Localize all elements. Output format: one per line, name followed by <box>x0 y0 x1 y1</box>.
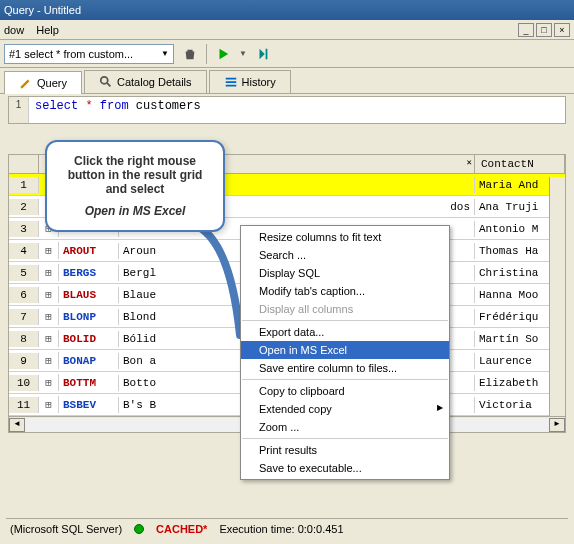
cell-id: BSBEV <box>59 397 119 413</box>
context-menu: Resize columns to fit text Search ... Di… <box>240 225 450 480</box>
row-number: 11 <box>9 397 39 413</box>
expand-icon[interactable]: ⊞ <box>39 352 59 369</box>
expand-icon[interactable]: ⊞ <box>39 264 59 281</box>
tab-bar: Query Catalog Details History <box>0 68 574 94</box>
help-callout: Click the right mouse button in the resu… <box>45 140 225 232</box>
execution-time: Execution time: 0:0:0.451 <box>219 523 343 535</box>
step-button[interactable] <box>253 44 273 64</box>
title-bar: Query - Untitled <box>0 0 574 20</box>
row-number: 3 <box>9 221 39 237</box>
expand-icon[interactable]: ⊞ <box>39 308 59 325</box>
run-button[interactable] <box>213 44 233 64</box>
trash-icon <box>183 47 197 61</box>
menu-copy-clipboard[interactable]: Copy to clipboard <box>241 382 449 400</box>
cell-id: BOTTM <box>59 375 119 391</box>
menu-export-data[interactable]: Export data... <box>241 323 449 341</box>
menu-modify-caption[interactable]: Modify tab's caption... <box>241 282 449 300</box>
menu-resize-columns[interactable]: Resize columns to fit text <box>241 228 449 246</box>
sql-editor[interactable]: 1 select * from customers <box>8 96 566 124</box>
server-label: (Microsoft SQL Server) <box>10 523 122 535</box>
window-title: Query - Untitled <box>4 4 81 16</box>
status-bar: (Microsoft SQL Server) CACHED* Execution… <box>6 518 568 538</box>
row-number: 6 <box>9 287 39 303</box>
row-number: 8 <box>9 331 39 347</box>
row-number: 7 <box>9 309 39 325</box>
cell-id: BONAP <box>59 353 119 369</box>
minimize-button[interactable]: _ <box>518 23 534 37</box>
play-icon <box>216 47 230 61</box>
expand-icon[interactable]: ⊞ <box>39 396 59 413</box>
cell-id: BLONP <box>59 309 119 325</box>
menu-display-all: Display all columns <box>241 300 449 318</box>
pencil-icon <box>19 76 33 90</box>
step-icon <box>256 47 270 61</box>
menu-extended-copy[interactable]: Extended copy▶ <box>241 400 449 418</box>
cell-id: BOLID <box>59 331 119 347</box>
close-icon[interactable]: ✕ <box>467 157 472 168</box>
tab-query[interactable]: Query <box>4 71 82 94</box>
magnifier-icon <box>99 75 113 89</box>
chevron-right-icon: ▶ <box>437 403 443 412</box>
chevron-down-icon: ▼ <box>161 49 169 58</box>
expand-icon[interactable]: ⊞ <box>39 242 59 259</box>
menu-bar: dow Help _ □ × <box>0 20 574 40</box>
row-number: 4 <box>9 243 39 259</box>
expand-icon[interactable]: ⊞ <box>39 330 59 347</box>
query-combo[interactable]: #1 select * from custom... ▼ <box>4 44 174 64</box>
cell-id: BERGS <box>59 265 119 281</box>
menu-display-sql[interactable]: Display SQL <box>241 264 449 282</box>
menu-save-column[interactable]: Save entire column to files... <box>241 359 449 377</box>
status-led-icon <box>134 524 144 534</box>
sql-text[interactable]: select * from customers <box>29 97 207 123</box>
menu-help[interactable]: Help <box>36 24 59 36</box>
menu-window[interactable]: dow <box>4 24 24 36</box>
row-number: 10 <box>9 375 39 391</box>
menu-print[interactable]: Print results <box>241 441 449 459</box>
column-contact[interactable]: ContactN <box>475 155 565 173</box>
cell-id: BLAUS <box>59 287 119 303</box>
delete-button[interactable] <box>180 44 200 64</box>
toolbar: #1 select * from custom... ▼ ▼ <box>0 40 574 68</box>
cached-label: CACHED* <box>156 523 207 535</box>
list-icon <box>224 75 238 89</box>
expand-icon[interactable]: ⊞ <box>39 374 59 391</box>
restore-button[interactable]: □ <box>536 23 552 37</box>
svg-point-0 <box>101 77 108 84</box>
cell-id: AROUT <box>59 243 119 259</box>
menu-zoom[interactable]: Zoom ... <box>241 418 449 436</box>
vertical-scrollbar[interactable] <box>549 177 565 416</box>
expand-icon[interactable]: ⊞ <box>39 286 59 303</box>
close-button[interactable]: × <box>554 23 570 37</box>
scroll-right-button[interactable]: ► <box>549 418 565 432</box>
scroll-left-button[interactable]: ◄ <box>9 418 25 432</box>
row-number: 9 <box>9 353 39 369</box>
menu-save-exe[interactable]: Save to executable... <box>241 459 449 477</box>
tab-catalog[interactable]: Catalog Details <box>84 70 207 93</box>
row-number: 1 <box>9 177 39 193</box>
menu-open-excel[interactable]: Open in MS Excel <box>241 341 449 359</box>
line-gutter: 1 <box>9 97 29 123</box>
row-number: 2 <box>9 199 39 215</box>
tab-history[interactable]: History <box>209 70 291 93</box>
row-number: 5 <box>9 265 39 281</box>
chevron-down-icon[interactable]: ▼ <box>239 49 247 58</box>
menu-search[interactable]: Search ... <box>241 246 449 264</box>
